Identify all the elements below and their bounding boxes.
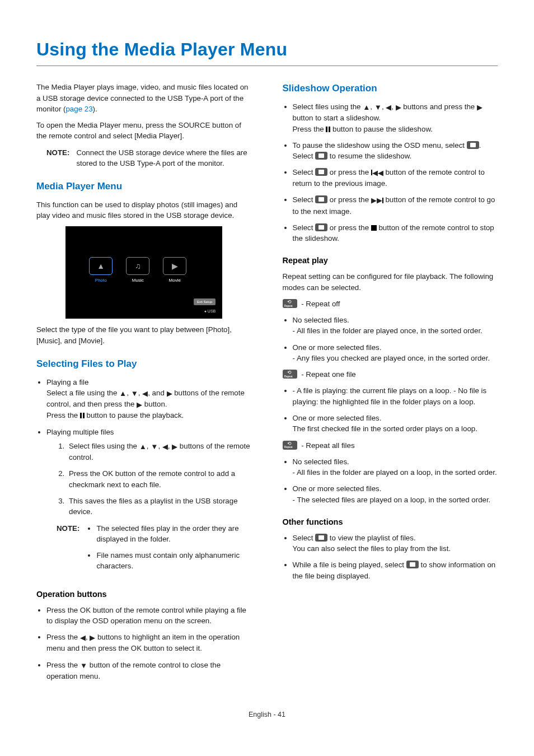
mpm-p2: Select the type of the file you want to … — [36, 324, 252, 346]
slide-b3: Select or press the ◀◀ button of the rem… — [293, 167, 498, 189]
playlist-icon — [315, 534, 327, 542]
repeat-all-icon — [283, 441, 297, 450]
media-player-screenshot: ▲ Photo ♫ Music ▶ Movie Exit Setup ● USB — [65, 226, 222, 319]
playing-multiple-files-item: Playing multiple files Select files usin… — [46, 427, 252, 577]
mp-photo-item: ▲ Photo — [89, 257, 113, 284]
mpm-p1: This function can be used to display pho… — [36, 199, 252, 221]
arrow-right-icon: ▶ — [90, 632, 95, 643]
arrow-left-icon: ◀ — [162, 441, 168, 452]
repeat-heading: Repeat play — [283, 255, 498, 267]
usb-indicator: ● USB — [204, 309, 216, 314]
osd-next-icon — [315, 195, 327, 203]
repeat-intro: Repeat setting can be configured for fil… — [283, 271, 498, 293]
arrow-up-icon: ▲ — [139, 441, 147, 452]
arrow-down-icon: ▼ — [131, 388, 138, 399]
slide-b1: Select files using the ▲, ▼, ◀, ▶ button… — [293, 101, 498, 134]
arrow-left-icon: ◀ — [80, 632, 86, 643]
repeat-off-icon — [283, 299, 297, 308]
music-icon: ♫ — [135, 260, 141, 272]
info-icon — [406, 561, 419, 568]
osd-pause-icon — [467, 141, 479, 149]
pause-icon — [80, 413, 85, 418]
arrow-up-icon: ▲ — [119, 388, 127, 399]
multiple-files-note: NOTE: The selected files play in the ord… — [57, 523, 252, 577]
repeat-off-b2: One or more selected files.- Any files y… — [293, 342, 498, 364]
osd-prev-icon — [315, 168, 327, 176]
osd-stop-icon — [315, 223, 327, 231]
arrow-right-icon: ▶ — [167, 388, 172, 399]
skip-back-icon: ◀◀ — [371, 167, 383, 178]
photo-icon: ▲ — [97, 260, 105, 272]
osd-play-icon — [315, 152, 327, 160]
other-b1: Select to view the playlist of files. Yo… — [293, 533, 498, 554]
page-footer: English - 41 — [36, 710, 498, 720]
slide-b5: Select or press the button of the remote… — [293, 222, 498, 244]
play-icon: ▶ — [172, 260, 178, 272]
repeat-off-b1: No selected files.- All files in the fol… — [293, 315, 498, 337]
intro-p1: The Media Player plays image, video, and… — [36, 82, 252, 114]
stop-icon — [371, 225, 377, 231]
opb-1: Press the OK button of the remote contro… — [46, 605, 252, 627]
repeat-all-label: - Repeat all files — [283, 440, 498, 451]
intro-p2: To open the Media Player menu, press the… — [36, 120, 252, 142]
opb-2: Press the ◀, ▶ buttons to highlight an i… — [46, 632, 252, 654]
operation-buttons-heading: Operation buttons — [36, 589, 252, 600]
slide-b4: Select or press the ▶▶ button of the rem… — [293, 194, 498, 217]
slide-b2: To pause the slideshow using the OSD men… — [293, 140, 498, 162]
arrow-up-icon: ▲ — [363, 102, 370, 113]
repeat-one-label: - Repeat one file — [283, 369, 498, 380]
repeat-one-icon — [283, 370, 297, 379]
play-right-icon: ▶ — [137, 399, 142, 410]
mp-movie-item: ▶ Movie — [163, 257, 186, 284]
intro-note: NOTE: Connect the USB storage device whe… — [46, 147, 252, 169]
opb-3: Press the ▼ button of the remote control… — [46, 660, 252, 682]
media-player-menu-heading: Media Player Menu — [36, 180, 252, 194]
skip-forward-icon: ▶▶ — [371, 195, 383, 206]
repeat-one-b1: - A file is playing: the current file pl… — [293, 385, 498, 407]
slideshow-heading: Slideshow Operation — [283, 82, 498, 96]
step-2: Press the OK button of the remote contro… — [67, 468, 252, 490]
repeat-one-b2: One or more selected files.The first che… — [293, 413, 498, 435]
step-3: This saves the files as a playlist in th… — [67, 496, 252, 517]
repeat-all-b2: One or more selected files.- The selecte… — [293, 483, 498, 505]
arrow-down-icon: ▼ — [151, 441, 158, 452]
note-label: NOTE: — [46, 147, 69, 169]
arrow-down-icon: ▼ — [374, 102, 382, 113]
title-divider — [36, 66, 498, 66]
arrow-right-icon: ▶ — [172, 441, 177, 452]
repeat-all-b1: No selected files.- All files in the fol… — [293, 456, 498, 478]
exit-setup-button: Exit Setup — [194, 298, 216, 306]
mp-music-item: ♫ Music — [126, 257, 149, 284]
pause-icon — [326, 127, 330, 132]
right-column: Slideshow Operation Select files using t… — [283, 82, 498, 687]
arrow-right-icon: ▶ — [396, 102, 401, 113]
arrow-down-icon: ▼ — [80, 660, 87, 671]
playing-a-file-item: Playing a file Select a file using the ▲… — [46, 377, 252, 421]
other-functions-heading: Other functions — [283, 516, 498, 528]
step-1: Select files using the ▲, ▼, ◀, ▶ button… — [67, 441, 252, 463]
left-column: The Media Player plays image, video, and… — [36, 82, 252, 687]
page-title: Using the Media Player Menu — [36, 36, 498, 62]
play-right-icon: ▶ — [477, 102, 483, 113]
arrow-left-icon: ◀ — [386, 102, 391, 113]
other-b2: While a file is being played, select to … — [293, 559, 498, 581]
page-23-link[interactable]: page 23 — [65, 105, 92, 113]
arrow-left-icon: ◀ — [142, 388, 148, 399]
selecting-files-heading: Selecting Files to Play — [36, 357, 252, 371]
repeat-off-label: - Repeat off — [283, 298, 498, 309]
